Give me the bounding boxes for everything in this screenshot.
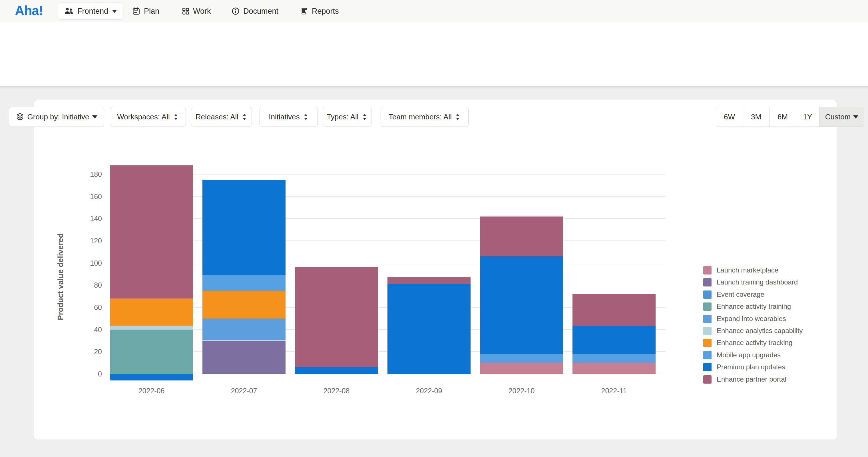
time-range-label: 1Y	[803, 113, 812, 121]
nav-item-label: Reports	[312, 7, 339, 16]
filter-bar: Group by: Initiative Workspaces: AllRele…	[0, 51, 868, 86]
legend-item[interactable]: Enhance activity training	[717, 302, 791, 311]
filter-dropdown-releases[interactable]: Releases: All	[191, 107, 252, 127]
bar-segment[interactable]	[203, 341, 285, 374]
x-axis-label: 2022-11	[572, 387, 656, 395]
legend-swatch	[703, 291, 712, 299]
bar-segment[interactable]	[110, 374, 193, 380]
nav-item-document[interactable]: Document	[231, 0, 278, 22]
bar-segment[interactable]	[388, 284, 470, 374]
bar-segment[interactable]	[572, 363, 656, 374]
gridline-180	[110, 174, 665, 175]
top-nav: Aha! Frontend PlanWorkDocumentReports ?	[0, 0, 868, 22]
aha-value-delivered-page: { "nav": { "logo_text": "Aha!", "workspa…	[0, 0, 868, 457]
bar-segment[interactable]	[480, 363, 563, 374]
filter-dropdown-initiatives[interactable]: Initiatives	[259, 107, 318, 127]
time-range-control: 6W3M6M1YCustom	[716, 107, 864, 127]
legend-swatch	[703, 339, 712, 347]
bar-segment[interactable]	[203, 275, 285, 291]
bar-segment[interactable]	[110, 326, 193, 330]
y-tick-60: 60	[62, 303, 102, 312]
sort-arrows-icon	[173, 113, 179, 121]
nav-item-label: Work	[193, 7, 211, 16]
bar-segment[interactable]	[203, 318, 285, 341]
sort-arrows-icon	[362, 113, 368, 121]
time-range-1y[interactable]: 1Y	[796, 107, 819, 126]
time-range-label: Custom	[825, 113, 851, 121]
workspace-switcher[interactable]: Frontend	[58, 3, 123, 20]
time-range-6m[interactable]: 6M	[769, 107, 796, 126]
bar-segment[interactable]	[572, 326, 656, 354]
layers-icon	[16, 113, 24, 121]
filter-label: Types: All	[327, 113, 358, 121]
workspace-switcher-label: Frontend	[78, 7, 108, 16]
legend-item[interactable]: Launch training dashboard	[717, 278, 798, 286]
legend-item[interactable]: Enhance analytics capability	[717, 327, 803, 335]
time-range-label: 3M	[751, 113, 761, 121]
filter-label: Workspaces: All	[117, 113, 169, 121]
sort-arrows-icon	[455, 113, 461, 121]
bar-segment[interactable]	[388, 277, 470, 284]
x-axis-label: 2022-10	[480, 387, 563, 395]
legend-swatch	[703, 303, 712, 311]
info-icon	[231, 7, 240, 16]
grid-icon	[182, 7, 190, 15]
y-tick-80: 80	[62, 281, 102, 290]
main-content: Product value delivered 0204060801001201…	[0, 86, 868, 457]
legend-item[interactable]: Event coverage	[717, 290, 764, 299]
chevron-down-icon	[112, 10, 117, 13]
filter-label: Releases: All	[195, 113, 239, 121]
time-range-3m[interactable]: 3M	[743, 107, 769, 126]
legend-item[interactable]: Launch marketplace	[717, 266, 778, 274]
bar-segment[interactable]	[295, 267, 378, 367]
x-axis-label: 2022-08	[295, 387, 378, 395]
people-icon	[64, 7, 74, 16]
y-tick-20: 20	[62, 347, 102, 356]
nav-item-plan[interactable]: Plan	[132, 0, 159, 22]
bar-segment[interactable]	[572, 294, 656, 326]
time-range-label: 6M	[777, 113, 788, 121]
gridline-120	[110, 241, 665, 241]
chevron-down-icon	[853, 115, 858, 119]
x-axis-label: 2022-07	[203, 387, 285, 395]
bar-segment[interactable]	[480, 354, 563, 363]
y-tick-140: 140	[62, 214, 102, 223]
chevron-down-icon	[92, 115, 97, 119]
filter-dropdown-team-members[interactable]: Team members: All	[381, 107, 469, 127]
nav-item-label: Document	[243, 7, 278, 16]
time-range-6w[interactable]: 6W	[716, 107, 743, 126]
y-tick-180: 180	[62, 170, 102, 179]
legend-item[interactable]: Expand into wearables	[717, 314, 786, 323]
bar-segment[interactable]	[480, 256, 563, 354]
chart-card: Product value delivered 0204060801001201…	[34, 100, 837, 440]
bar-segment[interactable]	[295, 367, 378, 374]
legend-swatch	[703, 266, 712, 274]
y-tick-40: 40	[62, 326, 102, 334]
bar-segment[interactable]	[572, 354, 656, 363]
legend-item[interactable]: Enhance partner portal	[717, 375, 786, 384]
legend-item[interactable]: Mobile app upgrades	[717, 351, 781, 359]
bar-segment[interactable]	[110, 165, 193, 299]
legend-swatch	[703, 375, 712, 384]
aha-logo[interactable]: Aha!	[15, 3, 43, 18]
group-by-dropdown[interactable]: Group by: Initiative	[9, 107, 104, 127]
time-range-custom[interactable]: Custom	[819, 107, 864, 126]
legend-item[interactable]: Enhance activity tracking	[717, 338, 792, 347]
bar-segment[interactable]	[203, 291, 285, 318]
y-tick-160: 160	[62, 192, 102, 201]
legend-item[interactable]: Premium plan updates	[717, 363, 785, 371]
nav-item-reports[interactable]: Reports	[300, 0, 339, 22]
bar-segment[interactable]	[110, 299, 193, 326]
bar-segment[interactable]	[480, 216, 563, 256]
gridline-160	[110, 196, 665, 197]
legend-swatch	[703, 315, 712, 323]
nav-item-label: Plan	[144, 7, 159, 16]
bar-segment[interactable]	[110, 330, 193, 374]
filter-dropdown-workspaces[interactable]: Workspaces: All	[110, 107, 186, 127]
y-tick-120: 120	[62, 237, 102, 245]
filter-dropdown-types[interactable]: Types: All	[323, 107, 371, 127]
calendar-icon	[132, 7, 141, 16]
x-axis-label: 2022-06	[110, 387, 193, 395]
bar-segment[interactable]	[203, 180, 285, 275]
nav-item-work[interactable]: Work	[182, 0, 211, 22]
